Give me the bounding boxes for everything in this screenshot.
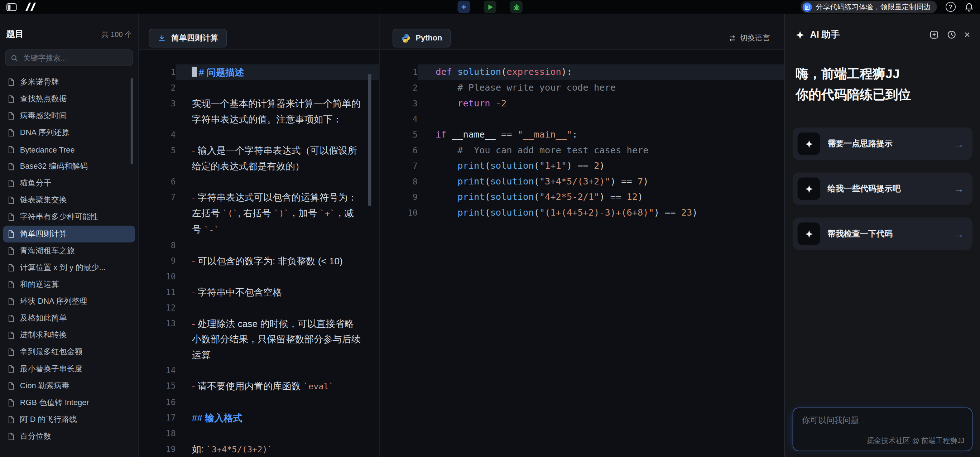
list-item[interactable]: Base32 编码和解码 (3, 158, 135, 175)
document-icon (7, 281, 15, 289)
doc-line: 18 (138, 425, 379, 441)
notifications-bell-icon[interactable] (965, 2, 974, 11)
line-number: 6 (138, 174, 175, 189)
problem-list: 多米诺骨牌查找热点数据病毒感染时间DNA 序列还原Bytedance TreeB… (0, 74, 138, 445)
topbar-left (6, 2, 457, 12)
debug-button[interactable] (510, 1, 523, 13)
doc-line: 4 (138, 127, 379, 143)
list-item[interactable]: 查找热点数据 (3, 91, 135, 107)
list-item[interactable]: Bytedance Tree (3, 141, 135, 158)
list-item[interactable]: 病毒感染时间 (3, 107, 135, 124)
editor-tabstrip: Python 切换语言 (380, 14, 784, 50)
line-content (175, 174, 362, 189)
line-content: 如: `3+4*5/(3+2)` (175, 441, 362, 457)
list-item[interactable]: 简单四则计算 (3, 226, 135, 242)
app-logo-icon[interactable] (24, 2, 37, 12)
run-button[interactable] (484, 1, 496, 13)
list-item[interactable]: 字符串有多少种可能性 (3, 209, 135, 226)
sidebar-toggle-icon[interactable] (6, 2, 17, 11)
suggestion-card-review[interactable]: 帮我检查一下代码 → (793, 217, 973, 250)
promo-doc-icon (803, 2, 812, 11)
history-icon[interactable] (947, 30, 956, 40)
list-item[interactable]: 青海湖租车之旅 (3, 242, 135, 259)
document-icon (7, 399, 15, 407)
import-icon (158, 33, 166, 42)
list-item[interactable]: 进制求和转换 (3, 327, 135, 344)
doc-line: 14 (138, 363, 379, 378)
help-icon[interactable]: ? (946, 2, 956, 12)
editor-panel: Python 切换语言 1def solution(expression):2 … (380, 14, 784, 457)
sparkle-icon (795, 30, 805, 40)
sidebar-header: 题目 共 100 个 (6, 29, 132, 40)
problem-scrollbar-thumb[interactable] (368, 74, 371, 206)
code-line: 8 print(solution("3+4*5/(3+2)") == 7) (380, 174, 784, 189)
list-item[interactable]: 链表聚集交换 (3, 192, 135, 209)
line-content: - 请不要使用内置的库函数 `eval` (175, 378, 362, 394)
list-item-label: 进制求和转换 (20, 330, 67, 341)
line-number: 10 (380, 205, 418, 221)
document-icon (7, 230, 15, 238)
switch-language-button[interactable]: 切换语言 (728, 33, 770, 44)
list-item[interactable]: DNA 序列还原 (3, 124, 135, 141)
doc-line: 8 (138, 237, 379, 253)
list-item[interactable]: 计算位置 x 到 y 的最少... (3, 259, 135, 276)
list-item[interactable]: 最小替换子串长度 (3, 361, 135, 377)
swap-arrows-icon (728, 34, 737, 43)
search-input[interactable] (22, 53, 127, 63)
list-item[interactable]: 阿 D 的飞行路线 (3, 411, 135, 428)
line-content (175, 394, 362, 410)
search-box[interactable] (5, 49, 133, 66)
list-item[interactable]: Cion 勒索病毒 (3, 377, 135, 394)
line-number: 9 (380, 189, 418, 205)
list-item[interactable]: 环状 DNA 序列整理 (3, 293, 135, 310)
ai-input-box[interactable]: 掘金技术社区 @ 前端工程狮JJ (793, 408, 973, 451)
line-content (175, 127, 362, 143)
line-number: 9 (138, 253, 175, 269)
list-item-label: 简单四则计算 (20, 229, 67, 240)
line-number: 10 (138, 269, 175, 284)
line-number: 7 (138, 189, 175, 237)
problem-content[interactable]: 1# 问题描述23实现一个基本的计算器来计算一个简单的字符串表达式的值。注意事项… (138, 50, 379, 457)
code-line: 9 print(solution("4+2*5-2/1") == 12) (380, 189, 784, 205)
document-icon (7, 162, 15, 171)
line-content: # 问题描述 (175, 64, 362, 80)
add-button[interactable]: + (457, 1, 470, 13)
new-chat-icon[interactable] (929, 30, 939, 40)
suggestion-card-code-hint[interactable]: 给我一些代码提示吧 → (793, 173, 973, 205)
list-item-label: 字符串有多少种可能性 (20, 212, 98, 223)
line-number: 6 (380, 143, 418, 158)
promo-badge[interactable]: 分享代码练习体验，领限量定制周边 (800, 1, 937, 13)
sparkle-icon (798, 222, 820, 245)
code-line: 1def solution(expression): (380, 64, 784, 80)
list-item[interactable]: 拿到最多红包金额 (3, 344, 135, 361)
line-number: 12 (138, 300, 175, 316)
code-line: 4 (380, 111, 784, 127)
line-content (175, 425, 362, 441)
list-item-label: 阿 D 的飞行路线 (20, 414, 77, 425)
code-editor[interactable]: 1def solution(expression):2 # Please wri… (380, 50, 784, 457)
list-item[interactable]: 多米诺骨牌 (3, 74, 135, 91)
suggestion-card-hint[interactable]: 需要一点思路提示 → (793, 127, 973, 160)
line-content (175, 269, 362, 284)
topbar: + 分享代码练习体验，领限量定制周边 ? (0, 0, 980, 14)
code-line: 2 # Please write your code here (380, 80, 784, 96)
suggestion-label: 帮我检查一下代码 (827, 228, 892, 239)
problem-tab[interactable]: 简单四则计算 (149, 29, 227, 47)
sidebar-scrollbar-thumb[interactable] (131, 78, 133, 164)
ai-question-input[interactable] (800, 415, 967, 426)
document-icon (7, 213, 15, 221)
line-number: 13 (138, 315, 175, 363)
list-item[interactable]: 百分位数 (3, 428, 135, 445)
language-tab[interactable]: Python (393, 29, 451, 47)
list-item[interactable]: 和的逆运算 (3, 276, 135, 293)
list-item[interactable]: 猫鱼分干 (3, 175, 135, 192)
list-item-label: 链表聚集交换 (20, 195, 67, 205)
list-item[interactable]: RGB 色值转 Integer (3, 394, 135, 411)
line-number: 4 (138, 127, 175, 143)
doc-line: 15- 请不要使用内置的库函数 `eval` (138, 378, 379, 394)
list-item[interactable]: 及格如此简单 (3, 310, 135, 327)
list-item-label: Cion 勒索病毒 (20, 381, 70, 392)
list-item-label: 百分位数 (20, 431, 51, 442)
close-icon[interactable]: × (964, 30, 970, 40)
ai-header: AI 助手 × (793, 29, 973, 40)
